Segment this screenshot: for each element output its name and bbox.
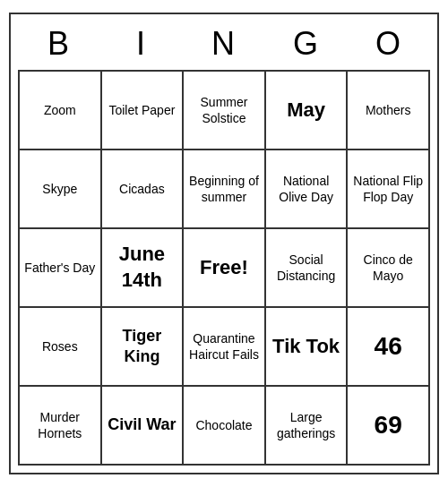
bingo-cell-12: Free!	[184, 229, 266, 308]
bingo-cell-15: Roses	[20, 308, 102, 387]
bingo-cell-19: 46	[348, 308, 430, 387]
bingo-cell-0: Zoom	[20, 72, 102, 150]
header-o: O	[348, 21, 430, 70]
bingo-cell-14: Cinco de Mayo	[348, 229, 430, 308]
header-g: G	[265, 21, 348, 70]
bingo-cell-18: Tik Tok	[266, 308, 349, 387]
bingo-cell-21: Civil War	[102, 387, 185, 466]
header-i: I	[100, 21, 183, 70]
bingo-cell-24: 69	[348, 387, 430, 466]
bingo-cell-17: Quarantine Haircut Fails	[184, 308, 266, 387]
bingo-header: B I N G O	[18, 21, 430, 70]
bingo-cell-8: National Olive Day	[266, 150, 349, 229]
bingo-cell-5: Skype	[20, 150, 102, 229]
header-b: B	[18, 21, 100, 70]
bingo-cell-13: Social Distancing	[266, 229, 349, 308]
bingo-cell-2: Summer Solstice	[184, 72, 266, 150]
bingo-card: B I N G O ZoomToilet PaperSummer Solstic…	[9, 13, 439, 474]
bingo-cell-6: Cicadas	[102, 150, 185, 229]
bingo-cell-9: National Flip Flop Day	[348, 150, 430, 229]
bingo-cell-23: Large gatherings	[266, 387, 349, 466]
bingo-cell-3: May	[266, 72, 349, 150]
bingo-cell-7: Beginning of summer	[184, 150, 266, 229]
bingo-grid: ZoomToilet PaperSummer SolsticeMayMother…	[18, 70, 430, 466]
bingo-cell-11: June 14th	[102, 229, 185, 308]
bingo-cell-22: Chocolate	[184, 387, 266, 466]
bingo-cell-16: Tiger King	[102, 308, 185, 387]
bingo-cell-10: Father's Day	[20, 229, 102, 308]
header-n: N	[183, 21, 265, 70]
bingo-cell-20: Murder Hornets	[20, 387, 102, 466]
bingo-cell-1: Toilet Paper	[102, 72, 185, 150]
bingo-cell-4: Mothers	[348, 72, 430, 150]
